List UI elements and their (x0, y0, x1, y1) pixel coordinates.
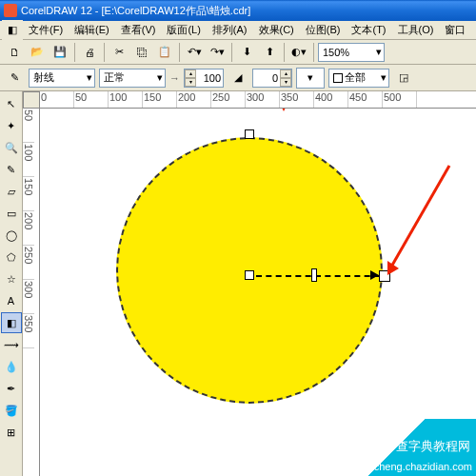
interactive-blend-tool[interactable]: ⟿ (1, 334, 22, 355)
smart-draw-tool[interactable]: ▱ (1, 181, 22, 202)
ruler-tick: 350 (280, 91, 314, 108)
app-menu-icon[interactable]: ◧ (2, 20, 23, 41)
menu-bar: ◧ 文件(F) 编辑(E) 查看(V) 版面(L) 排列(A) 效果(C) 位图… (0, 21, 476, 40)
ruler-horizontal[interactable]: 0 50 100 150 200 250 300 350 400 450 500 (40, 91, 476, 109)
ruler-tick: 150 (143, 91, 177, 108)
color-swatch[interactable]: ▾ (296, 68, 325, 89)
save-icon[interactable]: 💾 (50, 42, 70, 63)
watermark: 查字典教程网 jiaocheng.chazidian.com (352, 419, 476, 476)
copy-icon[interactable]: ⿻ (131, 42, 152, 63)
zoom-value: 150% (323, 47, 349, 58)
menu-edit[interactable]: 编辑(E) (69, 21, 115, 39)
opacity-spinner[interactable]: ▴▾ (252, 69, 292, 88)
fountain-angle-icon[interactable]: ◢ (228, 68, 248, 89)
fountain-type-combo[interactable]: 射线 ▾ (29, 69, 95, 88)
app-launcher-icon[interactable]: ◐▾ (288, 42, 309, 63)
copy-props-icon[interactable]: ◲ (393, 68, 414, 89)
toolbox: ↖ ✦ 🔍 ✎ ▱ ▭ ◯ ⬠ ☆ A ◧ ⟿ 💧 ✒ 🪣 ⊞ (0, 91, 23, 476)
edge-pad-input[interactable] (196, 72, 223, 84)
ruler-tick: 250 (211, 91, 246, 108)
fill-mid-handle[interactable] (311, 268, 317, 282)
basic-shapes-tool[interactable]: ☆ (1, 268, 22, 289)
rotation-handle[interactable] (245, 129, 254, 139)
ruler-tick: 300 (23, 280, 34, 314)
app-icon (4, 4, 17, 17)
menu-layout[interactable]: 版面(L) (161, 21, 206, 39)
arrow-right-icon: → (169, 72, 180, 84)
menu-tools[interactable]: 工具(O) (392, 21, 440, 39)
pick-tool[interactable]: ↖ (1, 93, 22, 114)
chevron-down-icon: ▾ (153, 71, 163, 84)
chevron-down-icon: ▾ (377, 71, 387, 84)
ruler-tick: 100 (23, 143, 34, 177)
property-bar: ✎ 射线 ▾ 正常 ▾ → ▴▾ ◢ ▴▾ ▾ 全部 ▾ ◲ (0, 65, 476, 91)
fountain-type-value: 射线 (33, 70, 54, 85)
new-icon[interactable]: 🗋 (4, 42, 25, 63)
menu-arrange[interactable]: 排列(A) (207, 21, 253, 39)
export-icon[interactable]: ⬆ (259, 42, 280, 63)
separator (74, 43, 75, 62)
ruler-tick: 50 (23, 109, 34, 143)
zoom-tool[interactable]: 🔍 (1, 137, 22, 158)
paste-icon[interactable]: 📋 (154, 42, 175, 63)
edit-fill-icon[interactable]: ✎ (4, 68, 25, 89)
open-icon[interactable]: 📂 (27, 42, 48, 63)
mesh-fill-tool[interactable]: ⊞ (1, 422, 22, 443)
ellipse-tool[interactable]: ◯ (1, 225, 22, 246)
title-bar: CorelDRAW 12 - [E:\CorelDRAW12作品\蜡烛.cdr] (0, 0, 476, 21)
ruler-corner (23, 91, 40, 109)
ruler-tick: 450 (348, 91, 383, 108)
blend-mode-combo[interactable]: 正常 ▾ (99, 69, 166, 88)
menu-file[interactable]: 文件(F) (23, 21, 69, 39)
opacity-input[interactable] (253, 72, 280, 84)
polygon-tool[interactable]: ⬠ (1, 247, 22, 268)
color-scope-combo[interactable]: 全部 ▾ (328, 69, 389, 88)
chevron-down-icon: ▾ (372, 46, 382, 58)
ruler-tick: 150 (23, 177, 34, 211)
swatch-icon (333, 73, 343, 83)
text-tool[interactable]: A (1, 290, 22, 311)
ruler-tick: 50 (74, 91, 109, 108)
eyedropper-tool[interactable]: 💧 (1, 356, 22, 377)
menu-window[interactable]: 窗口 (439, 21, 471, 39)
arrow-head-icon (370, 270, 379, 280)
shape-tool[interactable]: ✦ (1, 115, 22, 136)
freehand-tool[interactable]: ✎ (1, 159, 22, 180)
ruler-tick: 400 (314, 91, 348, 108)
menu-text[interactable]: 文本(T) (346, 21, 391, 39)
canvas-area: 0 50 100 150 200 250 300 350 400 450 500… (23, 91, 476, 476)
ruler-tick: 0 (40, 91, 74, 108)
fill-vector[interactable] (256, 275, 380, 277)
menu-effects[interactable]: 效果(C) (253, 21, 300, 39)
menu-view[interactable]: 查看(V) (115, 21, 162, 39)
separator (231, 43, 232, 62)
interactive-fill-tool[interactable]: ◧ (1, 312, 22, 333)
undo-icon[interactable]: ↶▾ (184, 42, 205, 63)
import-icon[interactable]: ⬇ (236, 42, 257, 63)
ruler-tick: 200 (177, 91, 211, 108)
separator (104, 43, 105, 62)
rectangle-tool[interactable]: ▭ (1, 203, 22, 224)
window-title: CorelDRAW 12 - [E:\CorelDRAW12作品\蜡烛.cdr] (21, 4, 250, 18)
edge-pad-spinner[interactable]: ▴▾ (184, 69, 224, 88)
ruler-tick: 500 (383, 91, 417, 108)
watermark-sub: jiaocheng.chazidian.com (358, 461, 472, 472)
zoom-combo[interactable]: 150% ▾ (318, 43, 385, 62)
fill-end-handle[interactable] (379, 270, 390, 282)
chevron-down-icon: ▾ (83, 71, 92, 84)
ruler-tick: 250 (23, 246, 34, 280)
menu-bitmap[interactable]: 位图(B) (300, 21, 347, 39)
ruler-tick: 100 (109, 91, 143, 108)
arrow-head-icon (278, 109, 289, 111)
drawing-canvas[interactable]: 查字典教程网 jiaocheng.chazidian.com (40, 109, 476, 476)
fill-tool[interactable]: 🪣 (1, 400, 22, 421)
ruler-tick: 350 (23, 314, 34, 348)
redo-icon[interactable]: ↷▾ (207, 42, 228, 63)
print-icon[interactable]: 🖨 (79, 42, 100, 63)
fill-center-handle[interactable] (245, 270, 254, 280)
cut-icon[interactable]: ✂ (109, 42, 129, 63)
outline-tool[interactable]: ✒ (1, 378, 22, 399)
ruler-vertical[interactable]: 50 100 150 200 250 300 350 (23, 109, 40, 476)
watermark-main: 查字典教程网 (396, 438, 470, 455)
ruler-tick: 300 (246, 91, 280, 108)
